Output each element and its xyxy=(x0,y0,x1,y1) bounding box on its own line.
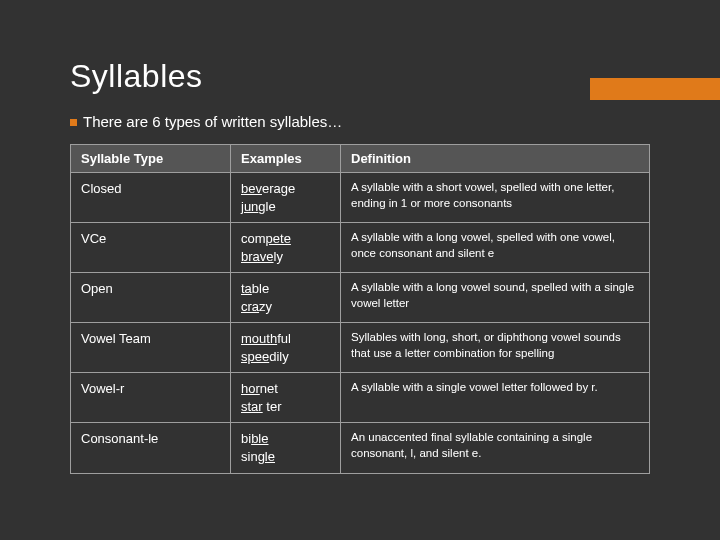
example-word: bravely xyxy=(241,248,330,266)
table-row: Vowel TeammouthfulspeedilySyllables with… xyxy=(71,323,650,373)
cell-examples: hornetstar ter xyxy=(231,373,341,423)
example-word: table xyxy=(241,280,330,298)
cell-type: VCe xyxy=(71,223,231,273)
header-examples: Examples xyxy=(231,145,341,173)
example-word: mouthful xyxy=(241,330,330,348)
example-word: hornet xyxy=(241,380,330,398)
header-type: Syllable Type xyxy=(71,145,231,173)
table-header-row: Syllable Type Examples Definition xyxy=(71,145,650,173)
cell-examples: tablecrazy xyxy=(231,273,341,323)
table-row: ClosedbeveragejungleA syllable with a sh… xyxy=(71,173,650,223)
bullet-icon xyxy=(70,119,77,126)
example-word: speedily xyxy=(241,348,330,366)
cell-examples: competebravely xyxy=(231,223,341,273)
cell-examples: beveragejungle xyxy=(231,173,341,223)
example-word: jungle xyxy=(241,198,330,216)
example-word: crazy xyxy=(241,298,330,316)
example-word: compete xyxy=(241,230,330,248)
cell-type: Open xyxy=(71,273,231,323)
table-row: OpentablecrazyA syllable with a long vow… xyxy=(71,273,650,323)
cell-examples: mouthfulspeedily xyxy=(231,323,341,373)
table-row: VCecompetebravelyA syllable with a long … xyxy=(71,223,650,273)
cell-definition: A syllable with a single vowel letter fo… xyxy=(341,373,650,423)
example-word: beverage xyxy=(241,180,330,198)
subtitle-text: There are 6 types of written syllables… xyxy=(83,113,342,130)
cell-type: Consonant-le xyxy=(71,423,231,473)
cell-definition: A syllable with a short vowel, spelled w… xyxy=(341,173,650,223)
table-row: Vowel-rhornetstar terA syllable with a s… xyxy=(71,373,650,423)
example-word: bible xyxy=(241,430,330,448)
cell-definition: An unaccented final syllable containing … xyxy=(341,423,650,473)
accent-bar xyxy=(590,78,720,100)
slide-content: Syllables There are 6 types of written s… xyxy=(0,0,720,504)
subtitle: There are 6 types of written syllables… xyxy=(70,113,650,130)
cell-examples: biblesingle xyxy=(231,423,341,473)
header-definition: Definition xyxy=(341,145,650,173)
cell-definition: Syllables with long, short, or diphthong… xyxy=(341,323,650,373)
table-row: Consonant-lebiblesingleAn unaccented fin… xyxy=(71,423,650,473)
syllable-table: Syllable Type Examples Definition Closed… xyxy=(70,144,650,474)
example-word: star ter xyxy=(241,398,330,416)
example-word: single xyxy=(241,448,330,466)
cell-type: Closed xyxy=(71,173,231,223)
page-title: Syllables xyxy=(70,58,650,95)
cell-type: Vowel Team xyxy=(71,323,231,373)
cell-definition: A syllable with a long vowel, spelled wi… xyxy=(341,223,650,273)
cell-type: Vowel-r xyxy=(71,373,231,423)
cell-definition: A syllable with a long vowel sound, spel… xyxy=(341,273,650,323)
